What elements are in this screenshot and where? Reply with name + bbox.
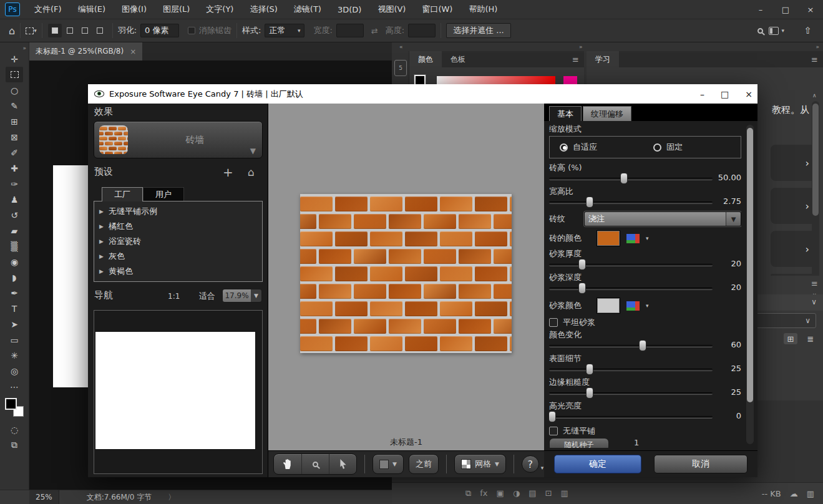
- trash-icon[interactable]: ▥: [807, 489, 814, 498]
- preset-item[interactable]: ▶无缝平铺示例: [94, 204, 262, 219]
- menu-item[interactable]: 视图(V): [369, 0, 414, 19]
- menu-item[interactable]: 图层(L): [155, 0, 198, 19]
- style-select[interactable]: 正常▾: [265, 24, 304, 37]
- dodge-tool-icon[interactable]: ◗: [6, 269, 23, 285]
- reset-home-icon[interactable]: ⌂: [248, 166, 255, 178]
- flat-mortar-checkbox[interactable]: [549, 318, 558, 327]
- tab-swatches[interactable]: 色板: [442, 51, 474, 67]
- zoom-dropdown-icon[interactable]: ▼: [251, 289, 261, 302]
- expand-arrow-icon[interactable]: ▶: [99, 208, 104, 215]
- expand-dock-icon-2[interactable]: »: [816, 44, 819, 50]
- eyedropper-tool-icon[interactable]: ✐: [6, 145, 23, 160]
- quick-select-tool-icon[interactable]: ✎: [6, 98, 23, 114]
- highlight-brightness-track[interactable]: [549, 416, 713, 419]
- help-button[interactable]: ?: [522, 455, 539, 473]
- random-seed-button[interactable]: 随机种子: [549, 438, 609, 448]
- history-brush-tool-icon[interactable]: ↺: [6, 207, 23, 223]
- dialog-minimize-button[interactable]: –: [700, 89, 704, 99]
- learn-card[interactable]: ›: [771, 188, 818, 224]
- edge-roughness-thumb[interactable]: [586, 387, 593, 399]
- radio-fixed[interactable]: 固定: [653, 142, 683, 153]
- hand-tool-icon[interactable]: ✳: [6, 347, 23, 363]
- swap-dimensions-icon[interactable]: ⇄: [371, 26, 378, 36]
- healing-tool-icon[interactable]: ✚: [6, 160, 23, 176]
- expand-arrow-icon[interactable]: ▶: [99, 238, 104, 245]
- marquee-preset-icon[interactable]: [26, 23, 34, 39]
- add-preset-icon[interactable]: +: [223, 165, 233, 180]
- tab-learn[interactable]: 学习: [587, 51, 619, 67]
- grid-view-icon[interactable]: ⊞: [784, 333, 797, 344]
- preset-item[interactable]: ▶灰色: [94, 249, 262, 264]
- help-dropdown-icon[interactable]: ▾: [541, 465, 544, 471]
- window-maximize-button[interactable]: □: [773, 0, 798, 19]
- palette-dropdown-icon[interactable]: ▾: [646, 235, 649, 241]
- grid-background-button[interactable]: 网格 ▼: [454, 454, 506, 474]
- grid-dropdown-icon[interactable]: ▼: [495, 461, 499, 467]
- stamp-tool-icon[interactable]: ♟: [6, 191, 23, 207]
- height-input[interactable]: [408, 24, 436, 37]
- brick-color-swatch[interactable]: [597, 230, 620, 246]
- link-layers-icon[interactable]: ⧉: [465, 488, 471, 498]
- panel-menu-icon[interactable]: ≡: [572, 55, 579, 64]
- menu-item[interactable]: 编辑(E): [70, 0, 114, 19]
- more-tools-icon[interactable]: ⋯: [6, 379, 23, 394]
- window-minimize-button[interactable]: –: [748, 0, 773, 19]
- type-tool-icon[interactable]: T: [6, 301, 23, 316]
- dropdown-arrow-icon[interactable]: ▼: [726, 212, 741, 226]
- home-icon[interactable]: ⌂: [9, 25, 15, 37]
- mortar-thickness-track[interactable]: [549, 264, 713, 266]
- collapse-dock-icon[interactable]: «: [399, 44, 403, 50]
- new-selection-button[interactable]: [48, 24, 62, 37]
- expand-arrow-icon[interactable]: ▶: [99, 268, 104, 274]
- preset-item[interactable]: ▶浴室瓷砖: [94, 234, 262, 249]
- pointer-tool-button[interactable]: [329, 454, 356, 474]
- learn-card[interactable]: ›: [771, 231, 818, 267]
- color-variation-track[interactable]: [549, 345, 713, 347]
- menu-item[interactable]: 文件(F): [26, 0, 70, 19]
- view-mode-dropdown-icon[interactable]: ▼: [392, 461, 397, 467]
- foreground-background-swatches[interactable]: [5, 398, 24, 417]
- brick-height-track[interactable]: [549, 178, 713, 180]
- zoom-1to1-button[interactable]: 1:1: [168, 292, 180, 301]
- palette-dropdown-icon[interactable]: ▾: [646, 303, 649, 309]
- expand-arrow-icon[interactable]: ▶: [99, 223, 104, 230]
- antialias-checkbox[interactable]: [188, 27, 195, 34]
- list-view-icon[interactable]: ≣: [804, 333, 817, 344]
- frame-tool-icon[interactable]: ⊠: [6, 129, 23, 145]
- window-close-button[interactable]: ×: [798, 0, 823, 19]
- menu-item[interactable]: 图像(I): [114, 0, 155, 19]
- surface-detail-track[interactable]: [549, 369, 713, 371]
- move-tool-icon[interactable]: ✛: [6, 51, 23, 67]
- crop-tool-icon[interactable]: ⊞: [6, 114, 23, 129]
- status-chevron-icon[interactable]: 〉: [168, 492, 175, 503]
- cloud-sync-icon[interactable]: ☁: [790, 489, 798, 498]
- foreground-color-swatch[interactable]: [5, 398, 17, 410]
- eraser-tool-icon[interactable]: ▰: [6, 223, 23, 238]
- libraries-dropdown-2[interactable]: ∨: [754, 313, 816, 328]
- collapsed-panel-icon[interactable]: 5: [394, 60, 407, 76]
- settings-scrollbar[interactable]: [746, 125, 754, 444]
- share-icon[interactable]: ⇧: [804, 25, 812, 36]
- workspace-switcher[interactable]: ▾: [769, 27, 784, 35]
- select-and-mask-button[interactable]: 选择并遮住 ...: [446, 23, 511, 38]
- expand-arrow-icon[interactable]: ▶: [99, 253, 104, 259]
- blur-tool-icon[interactable]: ◉: [6, 254, 23, 269]
- close-tab-icon[interactable]: ×: [130, 47, 136, 56]
- highlight-brightness-thumb[interactable]: [549, 411, 556, 422]
- menu-item[interactable]: 滤镜(T): [286, 0, 329, 19]
- aspect-ratio-track[interactable]: [549, 201, 713, 204]
- expand-dock-icon[interactable]: »: [579, 44, 583, 50]
- seamless-tile-checkbox[interactable]: [549, 427, 558, 435]
- aspect-ratio-thumb[interactable]: [586, 196, 593, 208]
- edge-roughness-track[interactable]: [549, 392, 713, 395]
- pen-tool-icon[interactable]: ✒: [6, 285, 23, 301]
- tab-color[interactable]: 颜色: [409, 51, 442, 67]
- feather-input[interactable]: 0 像素: [140, 24, 179, 37]
- zoom-level-field[interactable]: 25%: [29, 490, 59, 504]
- document-tab[interactable]: 未标题-1 @ 25%(RGB/8) ×: [29, 42, 142, 61]
- libraries-menu-icon[interactable]: ≡: [811, 279, 818, 288]
- layer-group-icon[interactable]: ▤: [528, 488, 536, 498]
- gradient-tool-icon[interactable]: ▒: [6, 238, 23, 254]
- screen-mode-icon[interactable]: ⧉: [6, 437, 23, 453]
- view-mode-button[interactable]: ▼: [373, 454, 404, 474]
